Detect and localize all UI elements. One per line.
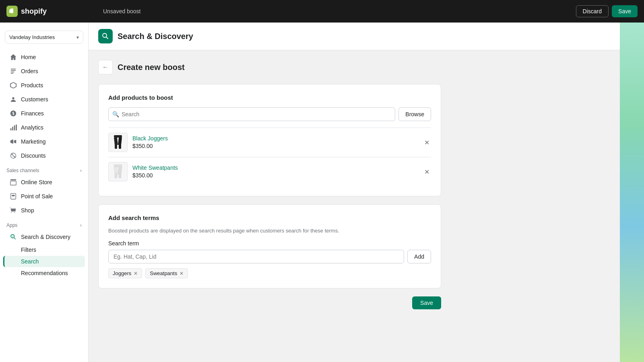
product-search-wrapper: 🔍	[108, 107, 395, 121]
svg-rect-22	[114, 165, 122, 167]
tags-row: Joggers ✕ Sweatpants ✕	[108, 268, 431, 278]
create-boost-header: ← Create new boost	[98, 60, 441, 74]
remove-product-black-joggers[interactable]: ✕	[423, 137, 431, 148]
add-term-button[interactable]: Add	[407, 250, 431, 263]
sidebar-label-home: Home	[21, 54, 36, 60]
page-title-topnav: Unsaved boost	[87, 8, 576, 14]
svg-rect-12	[10, 179, 16, 181]
sidebar-item-search-discovery[interactable]: Search & Discovery	[3, 230, 85, 244]
sales-channels-label: Sales channels	[6, 168, 39, 173]
svg-rect-19	[114, 135, 122, 138]
svg-rect-15	[12, 195, 14, 196]
sidebar-item-orders[interactable]: Orders	[3, 64, 85, 78]
sales-channels-section: Sales channels ›	[0, 163, 88, 175]
sidebar-label-finances: Finances	[21, 110, 44, 117]
discounts-icon	[10, 152, 17, 159]
customers-icon	[10, 96, 17, 103]
top-navigation: shopify Unsaved boost Discard Save	[0, 0, 644, 23]
search-term-field-label: Search term	[108, 240, 431, 247]
svg-rect-9	[16, 125, 17, 130]
svg-rect-2	[11, 70, 16, 71]
discard-button[interactable]: Discard	[576, 5, 609, 17]
svg-point-5	[12, 97, 14, 99]
sidebar-label-products: Products	[21, 82, 43, 88]
sidebar-label-customers: Customers	[21, 96, 48, 103]
sidebar-item-customers[interactable]: Customers	[3, 93, 85, 106]
sidebar-sub-label-filters: Filters	[21, 247, 36, 253]
tag-label-sweatpants: Sweatpants	[150, 270, 177, 276]
sidebar-label-discounts: Discounts	[21, 152, 45, 159]
main-content: Search & Discovery ← Create new boost Ad…	[89, 23, 644, 362]
svg-rect-24	[119, 173, 121, 178]
shop-icon	[10, 207, 17, 214]
remove-tag-sweatpants[interactable]: ✕	[180, 271, 184, 276]
apps-section: Apps ›	[0, 218, 88, 230]
home-icon	[10, 53, 17, 61]
sidebar-sub-label-search: Search	[21, 258, 39, 265]
online-store-icon	[10, 179, 17, 186]
svg-rect-7	[12, 127, 13, 130]
sidebar-item-finances[interactable]: Finances	[3, 107, 85, 120]
product-name-white-sweatpants[interactable]: White Sweatpants	[132, 165, 418, 171]
logo-text: shopify	[21, 7, 47, 16]
remove-tag-joggers[interactable]: ✕	[134, 271, 138, 276]
sidebar-item-point-of-sale[interactable]: Point of Sale	[3, 189, 85, 203]
sidebar-item-shop[interactable]: Shop	[3, 204, 85, 217]
tag-joggers: Joggers ✕	[108, 268, 142, 278]
search-input-icon: 🔍	[112, 111, 119, 117]
shopify-logo: shopify	[6, 6, 87, 17]
product-search-bar: 🔍 Browse	[108, 107, 431, 121]
apps-chevron: ›	[80, 222, 82, 228]
sidebar-subitem-recommendations[interactable]: Recommendations	[3, 267, 85, 279]
svg-rect-4	[11, 73, 13, 74]
product-price-white-sweatpants: $350.00	[132, 172, 153, 179]
product-price-black-joggers: $350.00	[132, 143, 153, 149]
save-button-top[interactable]: Save	[612, 5, 638, 17]
tag-sweatpants: Sweatpants ✕	[145, 268, 188, 278]
save-button-bottom[interactable]: Save	[412, 296, 441, 309]
add-search-terms-card: Add search terms Boosted products are di…	[98, 204, 441, 288]
product-name-black-joggers[interactable]: Black Joggers	[132, 135, 418, 142]
product-info-white-sweatpants: White Sweatpants $350.00	[132, 165, 418, 179]
product-thumb-black-joggers	[108, 133, 128, 152]
sidebar: Vandelay Industries ▾ Home Orders Produc…	[0, 23, 89, 362]
analytics-icon	[10, 124, 17, 131]
search-term-input[interactable]	[108, 250, 404, 263]
svg-rect-1	[11, 69, 16, 70]
sidebar-item-discounts[interactable]: Discounts	[3, 149, 85, 162]
sidebar-item-marketing[interactable]: Marketing	[3, 135, 85, 148]
marketing-icon	[10, 138, 17, 145]
products-icon	[10, 82, 17, 89]
orders-icon	[10, 68, 17, 75]
sidebar-label-orders: Orders	[21, 68, 38, 74]
page-header-icon	[98, 29, 113, 43]
sidebar-item-online-store[interactable]: Online Store	[3, 175, 85, 189]
tag-label-joggers: Joggers	[113, 270, 131, 276]
sidebar-label-search-discovery: Search & Discovery	[21, 234, 70, 240]
store-name: Vandelay Industries	[9, 34, 55, 40]
svg-rect-13	[10, 181, 16, 185]
sidebar-label-analytics: Analytics	[21, 124, 43, 131]
sidebar-label-online-store: Online Store	[21, 179, 52, 185]
store-selector[interactable]: Vandelay Industries ▾	[5, 31, 83, 44]
sales-channels-chevron: ›	[80, 168, 82, 173]
sidebar-sub-label-recommendations: Recommendations	[21, 270, 68, 276]
sidebar-item-analytics[interactable]: Analytics	[3, 121, 85, 134]
sidebar-subitem-filters[interactable]: Filters	[3, 244, 85, 255]
sidebar-item-products[interactable]: Products	[3, 78, 85, 92]
svg-rect-8	[14, 125, 15, 131]
page-content: ← Create new boost Add products to boost…	[89, 50, 451, 319]
back-button[interactable]: ←	[98, 60, 113, 74]
browse-button[interactable]: Browse	[398, 107, 431, 121]
product-thumb-white-sweatpants	[108, 162, 128, 181]
product-item-black-joggers: Black Joggers $350.00 ✕	[108, 128, 431, 157]
search-discovery-icon	[10, 233, 17, 241]
sidebar-subitem-search[interactable]: Search	[3, 256, 85, 267]
create-boost-title: Create new boost	[118, 63, 185, 72]
product-search-input[interactable]	[108, 107, 395, 121]
chevron-down-icon: ▾	[76, 35, 79, 40]
remove-product-white-sweatpants[interactable]: ✕	[423, 167, 431, 177]
page-header-title: Search & Discovery	[118, 32, 193, 41]
right-decoration	[620, 23, 644, 362]
sidebar-item-home[interactable]: Home	[3, 50, 85, 64]
